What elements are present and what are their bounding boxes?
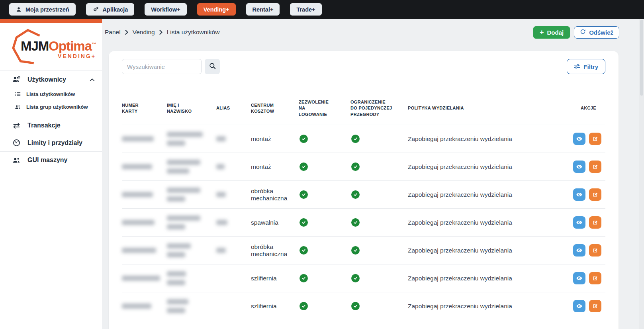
- column-header-alias: Alias: [216, 92, 251, 125]
- compartment-limit-check-icon: [351, 135, 360, 143]
- redacted-card-number: [122, 304, 151, 309]
- add-button[interactable]: + Dodaj: [533, 26, 570, 39]
- actions-cell: [569, 125, 605, 153]
- edit-button[interactable]: [589, 244, 601, 257]
- policy-cell: Zapobiegaj przekraczeniu wydzielania: [408, 125, 569, 153]
- compartment-limit-check-icon: [351, 218, 360, 227]
- breadcrumb-vending[interactable]: Vending: [133, 29, 155, 36]
- redacted-name-line2: [167, 280, 185, 285]
- refresh-button[interactable]: Odśwież: [574, 26, 619, 39]
- search-input[interactable]: [122, 59, 202, 74]
- redacted-name-line2: [167, 224, 185, 229]
- card-number-cell: [122, 125, 167, 153]
- cost-center-cell: obróbka mechaniczna: [251, 237, 299, 264]
- policy-cell: Zapobiegaj przekraczeniu wydzielania: [408, 237, 569, 264]
- redacted-alias: [216, 136, 226, 141]
- name-cell: [167, 292, 216, 320]
- login-allowed-cell: [299, 209, 350, 237]
- redacted-name-line2: [167, 141, 185, 146]
- login-allowed-cell: [299, 181, 350, 209]
- user-group-icon: [14, 104, 21, 110]
- transfer-arrows-icon: [12, 122, 21, 129]
- redacted-card-number: [122, 248, 156, 253]
- table-row: obróbka mechaniczna Zapobiegaj przekracz…: [122, 181, 605, 209]
- edit-button[interactable]: [589, 300, 601, 312]
- sidebar-item-limity[interactable]: Limity i przydziały: [0, 134, 102, 151]
- alias-cell: [216, 264, 251, 292]
- actions-cell: [569, 181, 605, 209]
- edit-button[interactable]: [589, 161, 601, 173]
- tab-moja-przestrzen[interactable]: Moja przestrzeń: [9, 3, 76, 16]
- logo-tm: ™: [92, 41, 96, 47]
- tab-workflow[interactable]: Workflow+: [145, 3, 186, 16]
- edit-button[interactable]: [589, 188, 601, 201]
- scrollbar-thumb[interactable]: [640, 20, 643, 96]
- sidebar-item-lista-uzytkownikow[interactable]: Lista użytkowników: [0, 88, 102, 101]
- cost-center-cell: montaż: [251, 125, 299, 153]
- tab-label: Aplikacja: [103, 6, 128, 13]
- redacted-name-line1: [167, 188, 200, 193]
- view-button[interactable]: [573, 216, 585, 229]
- table-row: spawalnia Zapobiegaj przekraczeniu wydzi…: [122, 209, 605, 237]
- compartment-limit-cell: [350, 181, 408, 209]
- tab-vending[interactable]: Vending+: [197, 3, 236, 16]
- tab-rental[interactable]: Rental+: [246, 3, 280, 16]
- view-button[interactable]: [573, 161, 585, 173]
- redacted-alias: [216, 164, 225, 169]
- login-allowed-cell: [299, 264, 350, 292]
- view-button[interactable]: [573, 244, 585, 257]
- redacted-card-number: [122, 164, 152, 169]
- tab-trade[interactable]: Trade+: [290, 3, 321, 16]
- table-header-row: Numer karty Imię i nazwisko Alias Centru…: [122, 92, 605, 125]
- redacted-name-line2: [167, 308, 185, 313]
- table-row: szlifiernia Zapobiegaj przekraczeniu wyd…: [122, 264, 605, 292]
- login-allowed-cell: [299, 237, 350, 264]
- breadcrumb-panel[interactable]: Panel: [105, 29, 121, 36]
- tab-label: Trade+: [296, 6, 315, 13]
- users-gear-icon: [12, 76, 21, 83]
- view-button[interactable]: [573, 133, 585, 145]
- redacted-alias: [216, 220, 227, 225]
- cost-center-cell: szlifiernia: [251, 264, 299, 292]
- edit-button[interactable]: [589, 272, 601, 284]
- search-button[interactable]: [205, 59, 220, 74]
- name-cell: [167, 264, 216, 292]
- edit-button[interactable]: [589, 133, 601, 145]
- chevron-right-icon: [159, 30, 162, 35]
- alias-cell: [216, 292, 251, 320]
- redacted-name-line1: [167, 299, 188, 304]
- redacted-card-number: [122, 136, 154, 141]
- page-scrollbar[interactable]: [639, 19, 644, 329]
- table-row: obróbka mechaniczna Zapobiegaj przekracz…: [122, 237, 605, 264]
- tab-aplikacja[interactable]: Aplikacja: [86, 3, 135, 16]
- login-allowed-cell: [299, 125, 350, 153]
- login-allowed-check-icon: [299, 302, 308, 310]
- sidebar-subitem-label: Lista grup użytkowników: [26, 104, 88, 110]
- sidebar-item-transakcje[interactable]: Transakcje: [0, 117, 102, 134]
- policy-cell: Zapobiegaj przekraczeniu wydzielania: [408, 209, 569, 237]
- cost-center-cell: szlifiernia: [251, 292, 299, 320]
- redacted-card-number: [122, 220, 155, 225]
- view-button[interactable]: [573, 300, 585, 312]
- actions-cell: [569, 153, 605, 181]
- machine-users-icon: [12, 157, 21, 164]
- name-cell: [167, 209, 216, 237]
- card-number-cell: [122, 181, 167, 209]
- card-number-cell: [122, 209, 167, 237]
- sidebar-sublist-uzytkownicy: Lista użytkowników Lista grup użytkownik…: [0, 88, 102, 117]
- filters-button[interactable]: Filtry: [567, 59, 605, 74]
- edit-button[interactable]: [589, 216, 601, 229]
- sidebar-item-label: GUI maszyny: [27, 157, 67, 164]
- view-button[interactable]: [573, 272, 585, 284]
- sidebar-item-lista-grup-uzytkownikow[interactable]: Lista grup użytkowników: [0, 101, 102, 114]
- gauge-icon: [12, 139, 21, 147]
- view-button[interactable]: [573, 188, 585, 201]
- sidebar-item-uzytkownicy[interactable]: Użytkownicy: [0, 70, 102, 88]
- name-cell: [167, 181, 216, 209]
- login-allowed-check-icon: [299, 135, 308, 143]
- sidebar-item-gui-maszyny[interactable]: GUI maszyny: [0, 151, 102, 168]
- redacted-name-line1: [167, 132, 203, 137]
- compartment-limit-check-icon: [351, 302, 360, 310]
- sidebar-item-label: Użytkownicy: [27, 76, 66, 83]
- breadcrumb-current-page: Lista użytkowników: [167, 29, 220, 36]
